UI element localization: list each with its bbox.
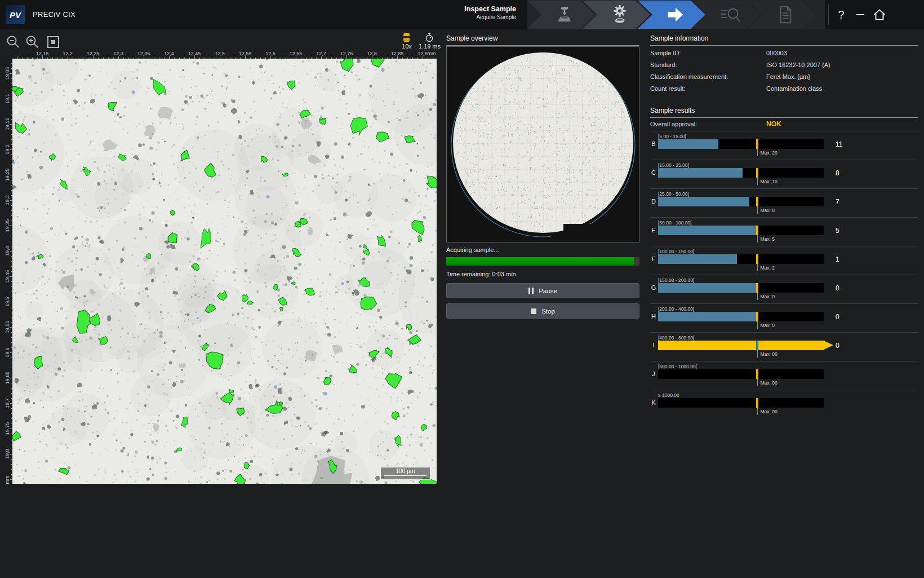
class-bar-fill	[658, 312, 757, 321]
class-max-label: Max: 8	[760, 208, 775, 213]
class-bar	[658, 254, 824, 264]
time-remaining: Time remaining: 0:03 min	[446, 271, 516, 277]
class-letter: G	[650, 284, 657, 291]
pause-button-label: Pause	[539, 288, 557, 294]
ruler-tick-label: 19,55	[5, 317, 10, 337]
class-count: 0	[836, 313, 839, 321]
contamination-class-rows: [5.00 - 15.00[BMax: 2011[15.00 - 25.00[C…	[650, 131, 918, 418]
ruler-tick-label: 19,75	[5, 419, 10, 438]
class-bar	[658, 283, 824, 293]
ruler-horizontal: 12,1512,212,2512,312,3512,412,4512,512,5…	[12, 50, 437, 59]
load-sample-icon	[554, 4, 575, 25]
limit-marker-tail	[757, 178, 758, 185]
limit-marker-tail	[757, 149, 758, 156]
objective-magnification: 10x	[402, 33, 412, 50]
class-row-D: [25.00 - 50.00[DMax: 87	[650, 188, 918, 217]
scale-bar-label: 100 µm	[381, 467, 430, 475]
pause-icon	[528, 288, 534, 294]
workflow-step-title: Inspect Sample	[464, 5, 516, 14]
class-max-label: Max: 0	[760, 294, 775, 299]
class-letter: B	[650, 140, 657, 147]
ruler-tick-label: 19,4	[5, 241, 10, 261]
ruler-tick-label: 12,7	[313, 51, 330, 56]
class-bar	[658, 139, 824, 149]
ruler-tick-label: 12,3	[110, 51, 127, 56]
class-bar-overflow-arrow	[824, 341, 833, 350]
ruler-tick-label: 19,5	[5, 292, 10, 311]
class-count: 8	[836, 169, 839, 177]
ruler-tick-label: 12,2	[59, 51, 76, 56]
ruler-tick-label: 12,15	[34, 51, 51, 56]
sample-overview-image	[447, 47, 639, 242]
stop-icon	[531, 308, 536, 314]
exposure-time: 1.19 ms	[419, 33, 441, 50]
class-range-label: [150.00 - 200.00[	[658, 277, 694, 283]
minimize-button[interactable]	[853, 7, 868, 23]
stop-button[interactable]: Stop	[446, 303, 639, 319]
ruler-tick-label: 19,65	[5, 368, 10, 387]
class-max-label: Max: 10	[760, 179, 777, 184]
settings-gear-icon	[610, 3, 630, 26]
home-button[interactable]	[872, 7, 887, 23]
class-count: 5	[836, 227, 839, 235]
class-max-label: Max: 2	[760, 265, 775, 271]
limit-marker-tail	[757, 408, 758, 415]
class-range-label: [5.00 - 15.00[	[658, 134, 686, 139]
ruler-tick-label: 19,05	[5, 64, 10, 83]
pause-button[interactable]: Pause	[446, 283, 639, 298]
zoom-in-icon	[25, 34, 40, 50]
class-count: 7	[836, 198, 839, 206]
class-limit-marker	[756, 254, 758, 264]
fit-view-button[interactable]	[46, 34, 61, 50]
class-row-E: [50.00 - 100.00[EMax: 55	[650, 217, 918, 246]
class-letter: D	[650, 198, 657, 205]
info-value: 000003	[766, 50, 918, 56]
ruler-tick-label: 12,25	[85, 51, 101, 56]
info-value: Contamination class	[766, 85, 918, 92]
report-document-icon	[775, 4, 796, 25]
class-bar-fill	[658, 197, 749, 206]
info-row: Count result:Contamination class	[650, 82, 918, 94]
class-max-label: Max: 00	[760, 409, 777, 414]
class-row-F: [100.00 - 150.00[FMax: 21	[650, 246, 918, 275]
app-logo: PV	[6, 5, 25, 24]
ruler-tick-label: 12,6	[262, 51, 279, 56]
class-limit-marker	[756, 168, 758, 178]
class-bar	[658, 369, 824, 379]
limit-marker-tail	[757, 379, 758, 386]
class-range-label: ≥ 1000.00	[658, 392, 679, 398]
info-row: Standard:ISO 16232-10:2007 (A)	[650, 59, 918, 70]
workflow-step-load-sample[interactable]	[527, 1, 595, 29]
info-row: Sample ID:000003	[650, 47, 918, 59]
objective-lens-icon	[403, 33, 410, 42]
ruler-tick-label: 12,85	[389, 51, 406, 56]
class-letter: H	[650, 313, 657, 320]
overall-approval-value: NOK	[766, 120, 918, 128]
divider	[828, 5, 829, 25]
help-button[interactable]: ?	[834, 7, 849, 23]
class-row-K: ≥ 1000.00KMax: 00	[650, 390, 918, 418]
specimen-image[interactable]	[12, 59, 437, 484]
ruler-tick-label: 19,25	[5, 165, 10, 184]
camera-status: 10x 1.19 ms	[389, 33, 441, 50]
sample-results-title: Sample results	[650, 107, 918, 118]
app-title: PRECiV CIX	[33, 10, 75, 19]
ruler-tick-label: 19,6	[5, 343, 10, 362]
info-label: Count result:	[650, 85, 766, 92]
limit-marker-tail	[757, 235, 758, 242]
class-letter: E	[650, 227, 657, 233]
zoom-out-icon	[6, 34, 21, 50]
zoom-out-button[interactable]	[6, 34, 21, 50]
class-bar-fill	[658, 341, 824, 350]
scale-bar: 100 µm	[380, 467, 430, 480]
ruler-tick-label: 12,45	[186, 51, 203, 56]
class-bar-fill	[658, 139, 718, 149]
zoom-in-button[interactable]	[25, 34, 40, 50]
class-bar-fill	[658, 168, 743, 178]
class-bar-fill	[658, 283, 757, 293]
class-letter: J	[650, 370, 657, 377]
acquire-arrow-icon	[665, 4, 685, 25]
class-range-label: [200.00 - 400.00[	[658, 306, 694, 312]
limit-marker-tail	[757, 293, 758, 300]
class-limit-marker	[756, 398, 758, 408]
